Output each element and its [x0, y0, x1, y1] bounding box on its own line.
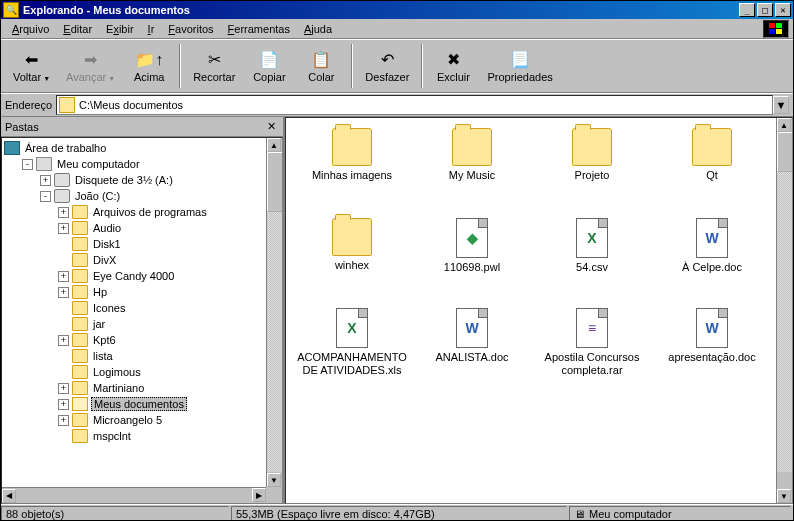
tree-node[interactable]: +Audio — [4, 220, 280, 236]
tree-expander[interactable]: + — [58, 383, 69, 394]
tree-vertical-scrollbar[interactable]: ▲▼ — [266, 138, 282, 487]
address-dropdown-button[interactable]: ▼ — [773, 96, 789, 114]
folder-icon — [72, 429, 88, 443]
folder-icon — [72, 285, 88, 299]
tree-node[interactable]: +Martiniano — [4, 380, 280, 396]
file-item[interactable]: WANALISTA.doc — [412, 308, 532, 398]
address-value: C:\Meus documentos — [79, 99, 183, 111]
file-item[interactable]: winhex — [292, 218, 412, 308]
tree-node-label: Icones — [91, 302, 127, 314]
properties-button[interactable]: 📃 Propriedades — [479, 42, 560, 90]
file-item[interactable]: WÀ Celpe.doc — [652, 218, 772, 308]
file-label: À Celpe.doc — [682, 261, 742, 274]
close-button[interactable]: ✕ — [775, 3, 791, 17]
folder-icon — [72, 269, 88, 283]
window-controls: _ □ ✕ — [739, 3, 791, 17]
menu-ferramentas[interactable]: Ferramentas — [221, 21, 297, 37]
menu-favoritos[interactable]: Favoritos — [161, 21, 220, 37]
back-button[interactable]: ⬅ Voltar▼ — [5, 42, 58, 90]
tree-node[interactable]: -Meu computador — [4, 156, 280, 172]
tree-node[interactable]: DivX — [4, 252, 280, 268]
folder-icon — [72, 237, 88, 251]
file-item[interactable]: Projeto — [532, 128, 652, 218]
delete-button[interactable]: ✖ Excluir — [427, 42, 479, 90]
menu-ajuda[interactable]: Ajuda — [297, 21, 339, 37]
tree-horizontal-scrollbar[interactable]: ◀▶ — [2, 487, 266, 503]
tree-expander[interactable]: + — [58, 335, 69, 346]
tree-node[interactable]: Disk1 — [4, 236, 280, 252]
tree-expander[interactable]: + — [40, 175, 51, 186]
folders-panel-title: Pastas — [5, 121, 39, 133]
file-item[interactable]: Qt — [652, 128, 772, 218]
tree-node[interactable]: mspclnt — [4, 428, 280, 444]
tree-expander[interactable]: + — [58, 207, 69, 218]
copy-button[interactable]: 📄 Copiar — [243, 42, 295, 90]
tree-node-label: Disquete de 3½ (A:) — [73, 174, 175, 186]
tree-node[interactable]: +Kpt6 — [4, 332, 280, 348]
menu-ir[interactable]: Ir — [141, 21, 162, 37]
folder-icon — [72, 317, 88, 331]
tree-expander[interactable]: + — [58, 415, 69, 426]
undo-button[interactable]: ↶ Desfazer — [357, 42, 417, 90]
file-item[interactable]: X54.csv — [532, 218, 652, 308]
folder-icon — [72, 333, 88, 347]
tree-node-label: Eye Candy 4000 — [91, 270, 176, 282]
tree-node[interactable]: +Eye Candy 4000 — [4, 268, 280, 284]
tree-expander[interactable]: + — [58, 287, 69, 298]
tree-node-label: Meu computador — [55, 158, 142, 170]
menu-exibir[interactable]: Exibir — [99, 21, 141, 37]
file-item[interactable]: ≡Apostila Concursos completa.rar — [532, 308, 652, 398]
tree-node[interactable]: +Meus documentos — [4, 396, 280, 412]
paste-button[interactable]: 📋 Colar — [295, 42, 347, 90]
up-folder-icon: 📁↑ — [135, 49, 163, 69]
file-label: My Music — [449, 169, 495, 182]
forward-button[interactable]: ➡ Avançar▼ — [58, 42, 123, 90]
address-label: Endereço — [5, 99, 52, 111]
maximize-button[interactable]: □ — [757, 3, 773, 17]
tree-expander[interactable]: - — [40, 191, 51, 202]
file-item[interactable]: XACOMPANHAMENTO DE ATIVIDADES.xls — [292, 308, 412, 398]
tree-node[interactable]: +Arquivos de programas — [4, 204, 280, 220]
file-item[interactable]: My Music — [412, 128, 532, 218]
address-input[interactable]: C:\Meus documentos — [56, 95, 773, 115]
content-vertical-scrollbar[interactable]: ▲▼ — [776, 118, 792, 503]
status-size: 55,3MB (Espaço livre em disco: 4,47GB) — [231, 506, 567, 522]
folder-icon — [72, 221, 88, 235]
tree-node[interactable]: Logimous — [4, 364, 280, 380]
menu-arquivo[interactable]: Arquivo — [5, 21, 56, 37]
folder-open-icon — [72, 397, 88, 411]
folders-panel-close-button[interactable]: ✕ — [264, 120, 279, 133]
main-area: Pastas ✕ Área de trabalho-Meu computador… — [1, 117, 793, 504]
file-item[interactable]: Wapresentação.doc — [652, 308, 772, 398]
pwl-file-icon: ◆ — [456, 218, 488, 258]
tree-scroll-corner — [266, 487, 282, 503]
tree-node[interactable]: +Microangelo 5 — [4, 412, 280, 428]
folder-icon — [72, 413, 88, 427]
tree-root[interactable]: Área de trabalho — [4, 140, 280, 156]
tree-node[interactable]: +Hp — [4, 284, 280, 300]
up-button[interactable]: 📁↑ Acima — [123, 42, 175, 90]
window-title: Explorando - Meus documentos — [23, 4, 739, 16]
tree-node-label: jar — [91, 318, 107, 330]
tree-node[interactable]: jar — [4, 316, 280, 332]
file-item[interactable]: ◆110698.pwl — [412, 218, 532, 308]
svg-rect-0 — [769, 23, 775, 28]
tree-node[interactable]: lista — [4, 348, 280, 364]
delete-icon: ✖ — [447, 49, 460, 69]
folder-icon — [452, 128, 492, 166]
tree-expander[interactable]: + — [58, 271, 69, 282]
menu-editar[interactable]: Editar — [56, 21, 99, 37]
computer-icon — [36, 157, 52, 171]
tree-node[interactable]: -João (C:) — [4, 188, 280, 204]
properties-icon: 📃 — [510, 49, 530, 69]
clipboard-icon: 📋 — [311, 49, 331, 69]
cut-button[interactable]: ✂ Recortar — [185, 42, 243, 90]
tree-expander[interactable]: - — [22, 159, 33, 170]
tree-node[interactable]: +Disquete de 3½ (A:) — [4, 172, 280, 188]
tree-expander[interactable]: + — [58, 223, 69, 234]
minimize-button[interactable]: _ — [739, 3, 755, 17]
file-item[interactable]: Minhas imagens — [292, 128, 412, 218]
file-label: apresentação.doc — [668, 351, 755, 364]
tree-expander[interactable]: + — [58, 399, 69, 410]
tree-node[interactable]: Icones — [4, 300, 280, 316]
